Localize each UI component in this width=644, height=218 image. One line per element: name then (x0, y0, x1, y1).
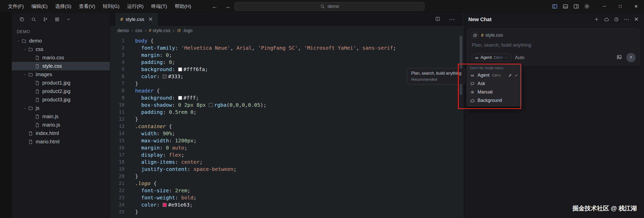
code-line[interactable]: 4 padding: 0; (110, 59, 463, 66)
code-line[interactable]: 22 font-size: 2rem; (110, 187, 463, 194)
menu-item-5[interactable]: 运行(R) (123, 0, 147, 13)
copy-icon[interactable] (19, 17, 24, 22)
code-text: font-size: 2rem; (132, 187, 190, 194)
tree-item-js[interactable]: js (12, 104, 110, 112)
close-icon[interactable]: ✕ (633, 17, 639, 22)
code-line[interactable]: 9 background: #fff; (110, 94, 463, 101)
tree-item-images[interactable]: images (12, 70, 110, 79)
tree-item-product3.jpg[interactable]: product3.jpg (12, 96, 110, 104)
file-icon (28, 139, 35, 144)
menu-item-1[interactable]: 编辑(E) (28, 0, 51, 13)
chat-header: New Chat ⋯✕ (463, 13, 644, 26)
window-close-button[interactable]: ✕ (628, 0, 644, 13)
back-button[interactable]: ← (212, 3, 217, 10)
context-chip[interactable]: # style.css (481, 33, 503, 38)
mode-menu-item-manual[interactable]: Manual (467, 88, 521, 96)
mode-menu-item-ask[interactable]: Ask (467, 79, 521, 88)
tree-item-demo[interactable]: demo (12, 37, 110, 45)
code-line[interactable]: 13.container { (110, 123, 463, 130)
tree-item-style.css[interactable]: style.css (12, 62, 110, 70)
code-line[interactable]: 24 color: #e91e63; (110, 201, 463, 208)
tree-item-main.js[interactable]: main.js (12, 112, 110, 121)
code-line[interactable]: 1body { (110, 37, 463, 44)
plus-icon[interactable] (594, 17, 600, 22)
code-line[interactable]: 3 margin: 0; (110, 51, 463, 59)
menu-item-6[interactable]: 终端(T) (147, 0, 171, 13)
code-line[interactable]: 14 width: 90%; (110, 130, 463, 137)
mode-menu-item-background[interactable]: Background (467, 96, 521, 105)
command-center-search[interactable]: demo (235, 2, 424, 11)
editor-tab-style-css[interactable]: # style.css ✕ (115, 13, 158, 26)
code-text: } (132, 173, 138, 180)
code-text: justify-content: space-between; (132, 166, 236, 173)
chat-composer[interactable]: @ # style.css Plan, search, build anythi… (467, 29, 640, 65)
mode-menu-item-actions[interactable] (508, 73, 518, 77)
menu-item-4[interactable]: 转到(G) (99, 0, 123, 13)
breadcrumb-item-style.css[interactable]: #style.css (149, 28, 170, 33)
infinity-icon: ∞ (470, 73, 475, 78)
minimize-button[interactable]: ─ (597, 0, 612, 13)
mode-tooltip: Plan, search, build anything Recommended (407, 68, 465, 84)
chevron-down-icon[interactable] (66, 17, 71, 22)
menu-item-7[interactable]: 帮助(H) (171, 0, 195, 13)
code-line[interactable]: 23 font-weight: bold; (110, 194, 463, 201)
code-text: box-shadow: 0 2px 8px rgba(0,0,0,0.05); (132, 101, 266, 108)
extensions-icon[interactable] (55, 17, 60, 22)
breadcrumb-item-demo[interactable]: demo (117, 28, 129, 33)
menu-item-3[interactable]: 查看(V) (75, 0, 99, 13)
split-editor-button[interactable] (435, 16, 441, 23)
history-icon[interactable] (613, 17, 620, 22)
tree-item-index.html[interactable]: index.html (12, 129, 110, 138)
code-line[interactable]: 10 box-shadow: 0 2px 8px rgba(0,0,0,0.05… (110, 101, 463, 108)
code-line[interactable]: 17 display: flex; (110, 151, 463, 158)
maximize-button[interactable]: □ (612, 0, 628, 13)
send-button[interactable] (626, 53, 636, 62)
code-line[interactable]: 15 max-width: 1200px; (110, 137, 463, 144)
code-line[interactable]: 18 align-items: center; (110, 158, 463, 166)
code-line[interactable]: 2 font-family: 'Helvetica Neue', Arial, … (110, 44, 463, 51)
tree-item-product1.jpg[interactable]: product1.jpg (12, 79, 110, 87)
code-line[interactable]: 8header { (110, 87, 463, 94)
tree-item-mario.js[interactable]: mario.js (12, 121, 110, 129)
code-text: padding: 0; (132, 59, 175, 66)
tab-close-icon[interactable]: ✕ (148, 17, 153, 22)
chevron-down-icon (505, 56, 508, 59)
image-upload-icon[interactable] (616, 54, 622, 61)
mode-menu-item-label: Agent (478, 73, 490, 78)
code-editor[interactable]: 1body {2 font-family: 'Helvetica Neue', … (110, 35, 463, 218)
menu-item-0[interactable]: 文件(F) (4, 0, 28, 13)
line-number: 6 (110, 73, 132, 80)
tree-item-product2.jpg[interactable]: product2.jpg (12, 87, 110, 96)
auto-mode-label[interactable]: Auto (515, 55, 524, 60)
settings-gear-icon[interactable] (584, 3, 590, 9)
code-line[interactable]: 20} (110, 173, 463, 180)
forward-button[interactable]: → (225, 3, 230, 10)
tree-item-mario.html[interactable]: mario.html (12, 138, 110, 146)
search-icon[interactable] (31, 17, 36, 22)
tree-item-css[interactable]: css (12, 45, 110, 53)
cloud-icon[interactable] (603, 17, 610, 22)
editor-scrollbar[interactable] (460, 36, 462, 95)
more-icon[interactable]: ⋯ (623, 17, 629, 22)
mode-menu-item-agent[interactable]: ∞AgentCtrl+I (467, 71, 521, 79)
mention-button[interactable]: @ (472, 32, 479, 39)
code-line[interactable]: 25} (110, 208, 463, 215)
layout-sidebar-left-icon[interactable] (552, 3, 558, 9)
source-control-icon[interactable] (43, 17, 48, 22)
layout-panel-icon[interactable] (562, 3, 569, 9)
file-icon (35, 89, 42, 94)
activity-bar (0, 13, 12, 218)
breadcrumb-item-css[interactable]: css (135, 28, 142, 33)
mode-pill[interactable]: ∞ Agent Ctrl+I (472, 54, 511, 61)
tree-item-mario.css[interactable]: mario.css (12, 53, 110, 62)
code-line[interactable]: 21.logo { (110, 180, 463, 187)
breadcrumb-item-.logo[interactable]: .logo (177, 28, 192, 33)
composer-toolbar: ∞ Agent Ctrl+I Auto (472, 53, 636, 62)
layout-sidebar-right-icon[interactable] (573, 3, 579, 9)
code-line[interactable]: 16 margin: 0 auto; (110, 144, 463, 151)
code-line[interactable]: 12} (110, 116, 463, 123)
more-actions-button[interactable]: ⋯ (449, 16, 455, 22)
menu-item-2[interactable]: 选择(S) (51, 0, 75, 13)
code-line[interactable]: 19 justify-content: space-between; (110, 166, 463, 173)
code-line[interactable]: 11 padding: 0.5rem 0; (110, 108, 463, 116)
